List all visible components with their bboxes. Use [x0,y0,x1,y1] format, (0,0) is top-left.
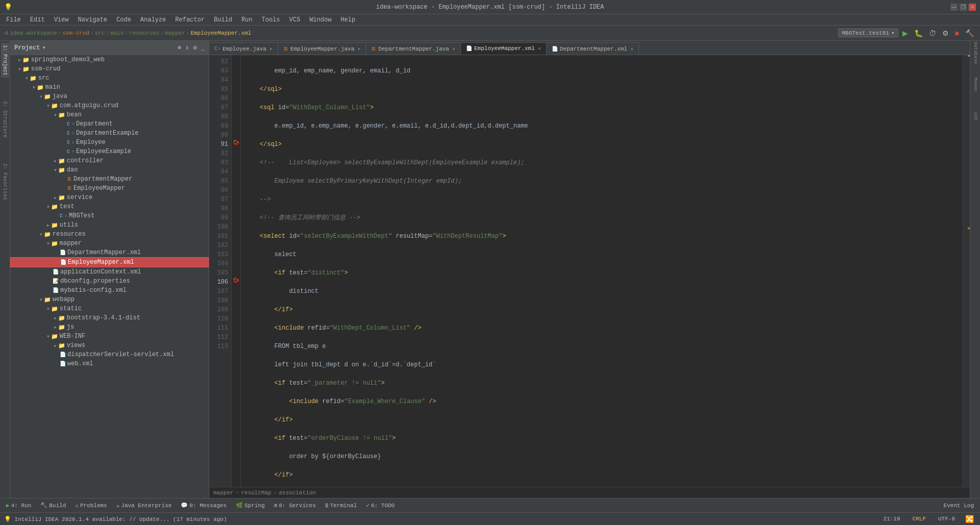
tree-item-webapp[interactable]: ▼ 📁 webapp [10,295,209,304]
tree-item-bean[interactable]: ▼ 📁 bean [10,110,209,119]
tab-close-icon[interactable]: ✕ [357,46,360,52]
menu-build[interactable]: Build [210,15,236,24]
debug-button[interactable]: 🐛 [912,28,925,38]
bottom-tab-spring[interactable]: 🌿 Spring [232,501,269,510]
tree-item-dbconfig[interactable]: 📝 dbconfig.properties [10,277,209,286]
tree-item-employeemapper-java[interactable]: 🗎 EmployeeMapper [10,184,209,193]
tree-item-mapper-folder[interactable]: ▼ 📁 mapper [10,239,209,248]
tree-item-appcontext[interactable]: 📄 applicationContext.xml [10,267,209,277]
menu-navigate[interactable]: Navigate [74,15,111,24]
settings-button[interactable]: ⚙ [940,28,951,38]
project-toolbar-add[interactable]: ⊕ [178,44,181,52]
project-panel-icon[interactable]: 1: Project [1,43,9,78]
tree-item-src[interactable]: ▼ 📁 src [10,73,209,83]
tab-employeemapper-xml[interactable]: 📄 EmployeeMapper.xml ✕ [461,42,547,55]
tree-item-dao[interactable]: ▼ 📁 dao [10,165,209,174]
code-editor[interactable]: 82 83 84 85 86 87 88 89 90 91 92 93 94 9… [209,55,970,487]
line-ending[interactable]: CRLF [909,516,930,522]
menu-code[interactable]: Code [112,15,135,24]
tree-item-employeemapper-xml[interactable]: 📄 EmployeeMapper.xml [10,257,209,267]
tree-item-departmentexample[interactable]: C › DepartmentExample [10,129,209,138]
tab-close-icon[interactable]: ✕ [270,46,273,52]
breadcrumb-part6[interactable]: mapper [165,30,185,36]
tree-item-main[interactable]: ▼ 📁 main [10,83,209,92]
breadcrumb-part5[interactable]: resources [129,30,159,36]
tree-item-static[interactable]: ▼ 📁 static [10,304,209,313]
database-panel-icon[interactable]: Database [971,43,979,63]
run-with-coverage-button[interactable]: ⏱ [927,28,938,38]
encoding-label[interactable]: UTF-8 [934,516,959,522]
menu-refactor[interactable]: Refactor [171,15,209,24]
tree-item-service[interactable]: ▶ 📁 service [10,193,209,202]
favorites-panel-icon[interactable]: 2: Favorites [1,161,9,202]
tree-item-controller[interactable]: ▶ 📁 controller [10,156,209,165]
tree-item-springboot[interactable]: ▶ 📁 springboot_demo3_web [10,55,209,64]
bottom-tab-todo[interactable]: ✓ 6: TODO [362,501,399,510]
build-project-button[interactable]: 🔨 [963,28,976,38]
bottom-tab-java-enterprise[interactable]: ☕ Java Enterprise [112,501,176,510]
bottom-tab-services[interactable]: ⚙ 8: Services [270,501,320,510]
bottom-tab-problems[interactable]: ⚠ Problems [71,501,111,510]
minimize-button[interactable]: — [950,4,958,11]
menu-window[interactable]: Window [305,15,335,24]
menu-run[interactable]: Run [237,15,257,24]
tree-item-utils[interactable]: ▶ 📁 utils [10,220,209,230]
project-toolbar-settings[interactable]: ⚙ [193,44,197,52]
tree-item-departmentmapper[interactable]: 🗎 DepartmentMapper [10,174,209,184]
tree-item-com-atguigu[interactable]: ▼ 📁 com.atguigu.crud [10,101,209,110]
menu-file[interactable]: File [2,15,25,24]
tab-close-icon[interactable]: ✕ [452,46,455,52]
tree-item-resources[interactable]: ▼ 📁 resources [10,230,209,239]
menu-edit[interactable]: Edit [26,15,49,24]
run-config-selector[interactable]: MBGTest.test01 ▾ [838,29,898,37]
tree-item-js[interactable]: ▶ 📁 js [10,322,209,332]
run-button[interactable]: ▶ [900,28,910,38]
breadcrumb-part1[interactable]: idea-workspace [10,30,57,36]
event-log-button[interactable]: Event Log [940,503,978,509]
menu-help[interactable]: Help [336,15,359,24]
tree-item-bootstrap[interactable]: ▶ 📁 bootstrap-3.4.1-dist [10,313,209,322]
bottom-tab-build[interactable]: 🔨 Build [36,501,70,510]
tab-close-icon[interactable]: ✕ [538,45,541,52]
menu-analyze[interactable]: Analyze [136,15,170,24]
tab-employeemapper-java[interactable]: 🗎 EmployeeMapper.java ✕ [278,42,366,55]
tree-item-departmentmapper-xml[interactable]: 📄 DepartmentMapper.xml [10,248,209,257]
menu-vcs[interactable]: VCS [285,15,305,24]
tree-item-employeeexample[interactable]: C › EmployeeExample [10,147,209,156]
breadcrumb-part4[interactable]: main [110,30,124,36]
tree-item-mbgtest[interactable]: C › MBGTest [10,211,209,220]
project-toolbar-minimize[interactable]: _ [201,44,205,52]
bean-gutter-icon-91[interactable]: 🫘 [232,138,240,147]
stop-button[interactable]: ■ [953,28,961,38]
tree-item-java[interactable]: ▼ 📁 java [10,92,209,101]
bottom-tab-messages[interactable]: 💬 0: Messages [177,501,231,510]
menu-view[interactable]: View [50,15,73,24]
breadcrumb-part2[interactable]: ssm-crud [62,30,89,36]
tab-departmentmapper-java[interactable]: 🗎 DepartmentMapper.java ✕ [366,42,461,55]
restore-button[interactable]: ❐ [960,4,967,11]
tree-item-department[interactable]: C › Department [10,119,209,129]
tree-item-ssm-crud[interactable]: ▼ 📁 ssm-crud [10,64,209,73]
bottom-tab-run[interactable]: ▶ 4: Run [2,501,35,510]
cursor-position[interactable]: 21:19 [879,516,904,522]
toolbar-back-icon[interactable]: ◁ [4,29,8,37]
breadcrumb-part7[interactable]: EmployeeMapper.xml [190,30,251,36]
tree-item-test[interactable]: ▼ 📁 test [10,202,209,211]
tree-item-mybatis-config[interactable]: 📄 mybatis-config.xml [10,286,209,295]
tab-departmentmapper-xml[interactable]: 📄 DepartmentMapper.xml ✕ [547,42,639,55]
tree-item-dispatcher[interactable]: 📄 dispatcherServlet-servlet.xml [10,350,209,359]
breadcrumb-part3[interactable]: src [95,30,105,36]
tree-item-webinf[interactable]: ▼ 📁 WEB-INF [10,332,209,341]
close-button[interactable]: ✕ [969,4,976,11]
code-content[interactable]: emp_id, emp_name, gender, email, d_id </… [241,55,963,487]
maven-panel-icon[interactable]: Maven [971,74,979,95]
tab-close-icon[interactable]: ✕ [630,46,633,52]
menu-tools[interactable]: Tools [258,15,284,24]
tree-item-webxml[interactable]: 📄 web.xml [10,359,209,368]
tree-item-employee[interactable]: C › Employee [10,138,209,147]
bean-gutter-icon-106[interactable]: 🫘 [232,276,240,285]
structure-panel-icon[interactable]: 2: Structure [1,99,9,140]
tree-item-views[interactable]: ▶ 📁 views [10,341,209,350]
ant-panel-icon[interactable]: Ant [971,106,979,127]
project-toolbar-scroll[interactable]: ⇕ [185,44,189,52]
